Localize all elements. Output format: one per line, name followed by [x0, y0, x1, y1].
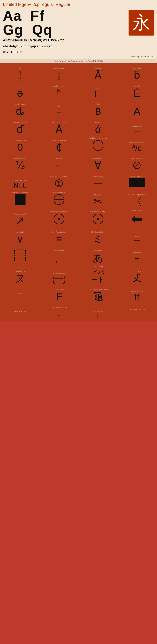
cell-diacriticals-for-symbols: Diacriticals For Symbols: [79, 136, 117, 154]
cell-latin-ext-a: Latin Ext A Ā: [79, 64, 117, 81]
preview-box: Aa Ff Gg Qq 永: [3, 9, 154, 37]
source-text: Font Source: http://www.fontke.com/font/…: [0, 59, 157, 63]
cell-cjk-compat: CJK Compat アパート: [79, 264, 117, 284]
header: Limited Mgen+ 2cp regular Regular Aa Ff …: [0, 0, 157, 63]
cell-alphabetic-pf: Alphabetic PF ﬀ: [118, 285, 156, 302]
cell-thai: Thai ฿: [79, 100, 117, 118]
cell-katakana-ext: Katakana Ext ヌ: [1, 264, 40, 284]
cell-cjk-compat-ideographs: CJK Compat Ideographs 龜: [79, 285, 117, 302]
cell-latin1sup: Latin 1 Sup ¡: [40, 64, 78, 81]
cell-sup-punctuation: Sup Punctuation ≡: [40, 228, 78, 245]
cell-misc-arrows: Misc Arrows ⬅: [118, 208, 156, 227]
cell-katakana: Katakana ＝: [118, 246, 156, 264]
cell-arrows: Arrows ←: [40, 154, 78, 172]
cell-block-elements: Block Elements: [118, 172, 156, 190]
alphabet-lowercase: abcdefghijklmnopqrstuvwxyz: [3, 44, 154, 49]
cell-greek-ext: Greek Ext ά: [79, 118, 117, 136]
credit-text: © Design by fontke.com: [3, 55, 154, 58]
glyph-grid: ASCII ! Latin 1 Sup ¡ Latin Ext A Ā Lati…: [0, 63, 157, 322]
cell-modifier-letters: Modifier Letters ʰ: [40, 82, 78, 99]
cell-currency-symbols: Currency Symbols ₵: [40, 136, 78, 154]
cell-sup-math-operators: Sup Math Operators: [79, 208, 117, 227]
cell-box-drawing: Box Drawing ─: [79, 172, 117, 190]
cell-dingbats: Dingbats ✂: [79, 190, 117, 208]
cell-cjk-symbols: CJK Symbols 、: [40, 246, 78, 264]
cell-number-forms: Number Forms ⅓: [1, 154, 40, 172]
cell-hiragana: Hiragana あ: [79, 246, 117, 264]
cell-letterlike-symbols: Letterlike Symbols ª/c: [118, 136, 156, 154]
font-title: Limited Mgen+ 2cp regular Regular: [3, 2, 154, 7]
cell-misc-math-symbols-b: Misc Math Symbols B: [40, 208, 78, 227]
cell-latin-ext-d: Latin Ext D F: [40, 285, 78, 302]
glyph-cells: ASCII ! Latin 1 Sup ¡ Latin Ext A Ā Lati…: [1, 64, 156, 321]
cell-misc-math-symbols-a: Misc Math Symbols A 〈: [118, 190, 156, 208]
cell-cyrillic-sup: Cyrillic Sup ȡ: [1, 100, 40, 118]
cell-punctuation: Punctuation —: [118, 118, 156, 136]
cell-latin-ext-b: Latin Ext B ƃ: [118, 64, 156, 81]
cell-small-forms: Small Forms ︱: [79, 303, 117, 321]
cell-greek: Greek ⊢: [79, 82, 117, 99]
cell-hebrew: Hebrew –: [40, 100, 78, 118]
cell-enclosed-alphanums: Enclosed Alphanums ①: [40, 172, 78, 190]
cell-misc-symbols: Misc Symbols: [40, 190, 78, 208]
cell-phonetic-ext: Phonetic Ext A: [118, 100, 156, 118]
cell-math-operators: Math Operators ∀: [79, 154, 117, 172]
cell-latin-ext-additional: Latin Ext Additional Ȧ: [40, 118, 78, 136]
cell-enclosed-cjk: Enclosed CJK (一): [40, 264, 78, 284]
cell-cjk-ext-a: CJK Ext A 𠀋: [118, 264, 156, 284]
cell-vertical-forms: Vertical Forms 一: [1, 303, 40, 321]
cell-cyrillic: Cyrillic È: [118, 82, 156, 99]
cell-latin-ext-c: Latin Ext C ∨: [1, 228, 40, 245]
kanji-preview: 永: [128, 10, 154, 36]
big-letters: Aa Ff Gg Qq: [3, 9, 52, 37]
cell-misc-technical: Misc Technical ∅: [118, 154, 156, 172]
cell-cjk-radicals-sup: CJK Radicals Sup ミ: [79, 228, 117, 245]
cell-cjk-compat-forms: CJK Compat Forms ·: [40, 303, 78, 321]
alphabet-uppercase: ABCDEFGHIJKLMNOPQRSTUVWXYZ: [3, 38, 154, 43]
cell-half-and-full-forms: Half And Full Forms ｜: [118, 303, 156, 321]
cell-super-and-sub: Super And Sub 0: [1, 136, 40, 154]
cell-ipa-ext: IPA Ext ə: [1, 82, 40, 99]
cell-kangxi: Kangxi 一: [118, 228, 156, 245]
cell-sup-arrows-b: Sup Arrows B ↗: [1, 208, 40, 227]
alphabet-numbers: 0123456789: [3, 50, 154, 54]
cell-iic: IIC: [1, 246, 40, 264]
cell-geometric-shapes: Geometric Shapes: [1, 190, 40, 208]
cell-cjk: CJK 一: [1, 285, 40, 302]
cell-ascii: ASCII !: [1, 64, 40, 81]
cell-phonetic-ext-sup: Phonetic Ext Sup ɗ: [1, 118, 40, 136]
cell-control-pictures: Control Pictures NUL: [1, 172, 40, 190]
